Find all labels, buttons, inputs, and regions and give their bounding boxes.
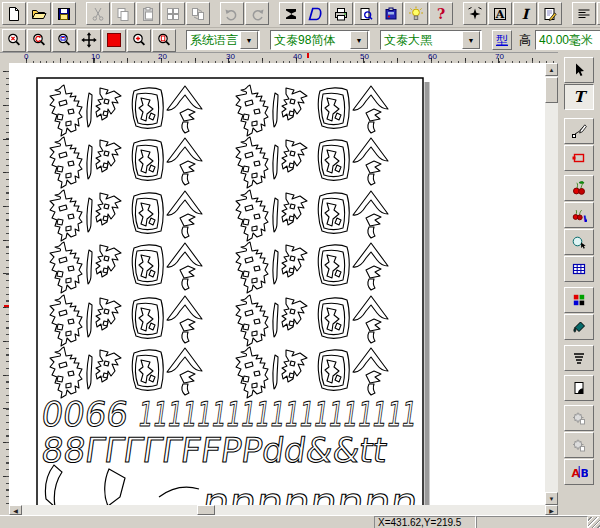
align-left-icon [576, 6, 592, 22]
zoom-previous-icon [31, 32, 47, 48]
clipart-tool-button[interactable] [564, 175, 594, 201]
page-flip-icon [571, 380, 587, 396]
copy-button[interactable] [111, 2, 135, 25]
save-button[interactable] [52, 2, 76, 25]
tips-button[interactable] [404, 2, 428, 25]
italic-icon: I [517, 6, 533, 22]
font2-combo-value: 文泰大黑 [381, 32, 462, 49]
paste-icon [140, 6, 156, 22]
kerning-ab-button[interactable]: AB [564, 459, 594, 485]
select-tool-button[interactable] [564, 57, 594, 83]
gear-page-icon [571, 437, 587, 453]
ab-kerning-icon: AB [570, 464, 588, 480]
redo-button[interactable] [245, 2, 269, 25]
print-preview-button[interactable] [354, 2, 378, 25]
help-question-icon: ? [433, 6, 449, 22]
paste-button[interactable] [136, 2, 160, 25]
zoom-out-button[interactable] [2, 29, 26, 52]
help-glyph: ? [437, 6, 445, 22]
chevron-down-icon[interactable]: ▼ [462, 31, 480, 49]
cherry-text-icon: V [571, 207, 587, 223]
table-tool-button[interactable] [564, 256, 594, 282]
clipboard-board-button[interactable] [379, 2, 403, 25]
ruler-label: 70 [495, 53, 504, 61]
ruler-label: 10 [91, 53, 100, 61]
pan-button[interactable] [77, 29, 101, 52]
zoom-previous-button[interactable] [27, 29, 51, 52]
undo-button[interactable] [220, 2, 244, 25]
tool-sidebar: T V AB [558, 52, 600, 515]
color-palette-button[interactable] [564, 287, 594, 313]
ab-right-glyph: B [581, 467, 589, 480]
disabled-tool-1-button[interactable] [564, 405, 594, 431]
copy-icon [115, 6, 131, 22]
outline-text-row1-right[interactable]: 1111111111111111111 [136, 394, 420, 434]
plot-button[interactable] [304, 2, 328, 25]
scroll-right-button[interactable]: ▶ [545, 505, 558, 515]
status-spacer [0, 516, 374, 528]
gear-page-icon [571, 410, 587, 426]
output-button[interactable] [279, 2, 303, 25]
chevron-down-icon[interactable]: ▼ [350, 31, 368, 49]
text-edit-button[interactable] [538, 2, 562, 25]
zoom-in-button[interactable] [127, 29, 151, 52]
scroll-left-button[interactable]: ◀ [9, 505, 22, 515]
outline-text-row2[interactable]: 88ΓΓΓΓΓFFPPdd&&tt [39, 430, 390, 470]
outline-text-row3[interactable]: nnnnnnnn [200, 480, 421, 505]
clipart-text-tool-button[interactable]: V [564, 202, 594, 228]
horizontal-scroll-thumb[interactable] [197, 505, 215, 515]
cherry-icon [571, 180, 587, 196]
chevron-down-icon[interactable]: ▼ [240, 31, 258, 49]
scroll-down-button[interactable]: ▼ [545, 492, 558, 505]
new-button[interactable] [2, 2, 26, 25]
scroll-up-button[interactable]: ▲ [545, 63, 558, 76]
font2-combo[interactable]: 文泰大黑 ▼ [380, 30, 482, 50]
text-frame-button[interactable]: A [488, 2, 512, 25]
color-swatch-button[interactable] [102, 29, 126, 52]
text-tool-button[interactable]: T [564, 84, 594, 110]
open-button[interactable] [27, 2, 51, 25]
curve-text-button[interactable] [463, 2, 487, 25]
paste-multi-icon [165, 6, 181, 22]
vertical-scroll-thumb[interactable] [545, 77, 558, 103]
zoom-page-button[interactable] [152, 29, 176, 52]
paste-multi-button[interactable] [161, 2, 185, 25]
cut-button[interactable] [86, 2, 110, 25]
zoom-out-icon [6, 32, 22, 48]
align-stack-button[interactable] [564, 345, 594, 371]
status-panel-2 [476, 516, 588, 528]
print-button[interactable] [329, 2, 353, 25]
toolbar-format: 系统语言 ▼ 文泰98简体 ▼ 文泰大黑 ▼ 型 高 40.00毫米 ▼ [0, 28, 600, 52]
help-button[interactable]: ? [429, 2, 453, 25]
height-label: 高 [519, 32, 531, 49]
height-combo-value: 40.00毫米 [536, 32, 600, 49]
resize-grip[interactable] [588, 517, 600, 528]
zoom-object-button[interactable] [52, 29, 76, 52]
shape-type-button[interactable]: 型 [492, 30, 512, 50]
ruler-label: 0 [24, 53, 28, 61]
disabled-tool-2-button[interactable] [564, 432, 594, 458]
node-edit-tool-button[interactable] [564, 118, 594, 144]
page-flip-button[interactable] [564, 375, 594, 401]
text-tool-glyph: T [573, 88, 587, 106]
height-combo[interactable]: 40.00毫米 ▼ [535, 30, 600, 50]
replace-icon [190, 6, 206, 22]
fill-tool-button[interactable] [564, 314, 594, 340]
app-window: ? A I 系统语言 ▼ 文泰98简体 ▼ 文泰大黑 ▼ [0, 0, 600, 528]
vertical-scrollbar[interactable]: ▲ ▼ [545, 63, 558, 505]
undo-arrow-icon [224, 6, 240, 22]
align-left-button[interactable] [572, 2, 596, 25]
print-preview-icon [358, 6, 374, 22]
language-combo[interactable]: 系统语言 ▼ [186, 30, 260, 50]
new-document-icon [6, 6, 22, 22]
drawing-canvas[interactable]: 0066 1111111111111111111 88ΓΓΓΓΓFFPPdd&&… [9, 63, 545, 505]
italic-button[interactable]: I [513, 2, 537, 25]
rectangle-tool-button[interactable] [564, 145, 594, 171]
replace-button[interactable] [186, 2, 210, 25]
horizontal-scrollbar[interactable]: ◀ ▶ [9, 505, 558, 515]
outline-text-row1-left[interactable]: 0066 [39, 394, 131, 434]
redo-arrow-icon [249, 6, 265, 22]
shape-select-tool-button[interactable] [564, 229, 594, 255]
font-combo[interactable]: 文泰98简体 ▼ [270, 30, 370, 50]
ruler-label: 20 [158, 53, 167, 61]
